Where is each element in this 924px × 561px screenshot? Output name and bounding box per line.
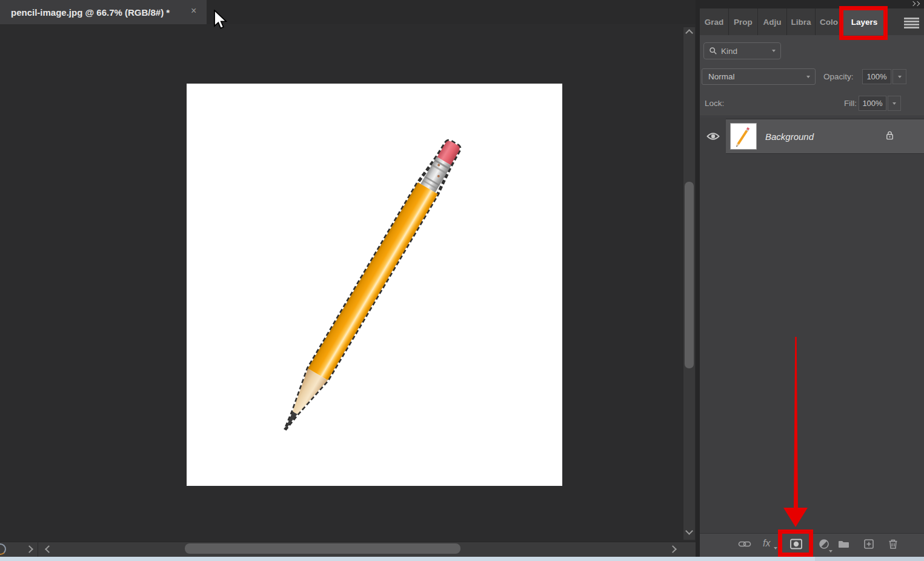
layer-lock-icon[interactable] — [885, 130, 895, 143]
panel-menu-icon[interactable] — [904, 18, 919, 19]
lock-row: Lock: — [700, 90, 924, 116]
filter-kind-dropdown[interactable]: Kind — [703, 42, 781, 59]
fill-label: Fill: — [844, 99, 857, 108]
fill-value[interactable]: 100% — [859, 96, 886, 111]
document-tab-bar: pencil-image.jpg @ 66.7% (RGB/8#) * × — [0, 0, 696, 24]
taskbar-edge-segment — [815, 557, 924, 561]
horizontal-scrollbar-thumb[interactable] — [185, 543, 460, 554]
document-tab[interactable]: pencil-image.jpg @ 66.7% (RGB/8#) * × — [0, 0, 207, 24]
panel-top-strip — [700, 0, 924, 8]
eye-icon[interactable] — [706, 131, 720, 141]
layer-row-background[interactable]: Background — [700, 119, 924, 154]
layer-effects-icon[interactable]: fx — [763, 538, 770, 549]
taskbar-edge — [0, 557, 924, 561]
filter-kind-label: Kind — [721, 47, 772, 56]
new-group-icon[interactable] — [837, 538, 850, 553]
opacity-dropdown-icon[interactable] — [892, 69, 906, 84]
search-icon — [709, 47, 717, 55]
photoshop-window: pencil-image.jpg @ 66.7% (RGB/8#) * × — [0, 0, 924, 561]
layer-filter-row: Kind — [700, 35, 924, 64]
layer-name[interactable]: Background — [765, 131, 885, 142]
tab-gradients[interactable]: Grad — [700, 8, 729, 35]
document-canvas[interactable] — [187, 84, 562, 486]
statusbar-divider — [38, 542, 38, 557]
delete-layer-icon[interactable] — [887, 538, 899, 553]
pencil-image — [187, 84, 562, 486]
opacity-value[interactable]: 100% — [862, 69, 891, 84]
lock-label: Lock: — [705, 99, 724, 108]
visibility-cell[interactable] — [700, 119, 726, 154]
blend-mode-value: Normal — [708, 72, 806, 81]
adjustment-dropdown-icon — [829, 550, 833, 553]
collapse-panels-icon[interactable] — [911, 2, 919, 5]
blend-mode-row: Normal Opacity: 100% — [700, 64, 924, 90]
new-layer-icon[interactable] — [863, 538, 875, 553]
layer-thumbnail[interactable] — [730, 123, 757, 150]
panel-tab-bar: Grad Prop Adju Libra Colo Layers — [700, 8, 924, 35]
tab-properties[interactable]: Prop — [729, 8, 758, 35]
fx-dropdown-icon — [774, 547, 777, 549]
panel-separator — [696, 0, 700, 557]
link-layers-icon[interactable] — [738, 538, 751, 553]
tab-libraries[interactable]: Libra — [787, 8, 816, 35]
document-title: pencil-image.jpg @ 66.7% (RGB/8#) * — [11, 7, 170, 18]
layers-list[interactable]: Background — [700, 117, 924, 533]
tab-adjustments[interactable]: Adju — [758, 8, 787, 35]
chevron-down-icon — [772, 50, 776, 52]
chevron-down-icon — [806, 76, 810, 78]
new-adjustment-layer-icon[interactable] — [818, 538, 830, 553]
tab-layers[interactable]: Layers — [843, 8, 886, 35]
add-layer-mask-icon[interactable] — [789, 538, 803, 553]
vertical-scrollbar-thumb[interactable] — [685, 182, 694, 368]
fill-dropdown-icon[interactable] — [888, 96, 901, 111]
layer-selected-area[interactable]: Background — [726, 119, 924, 154]
close-tab-icon[interactable]: × — [191, 5, 196, 16]
blend-mode-dropdown[interactable]: Normal — [702, 68, 816, 85]
tab-color[interactable]: Colo — [816, 8, 843, 35]
opacity-label: Opacity: — [823, 72, 854, 81]
layers-panel: Grad Prop Adju Libra Colo Layers Kind — [700, 0, 924, 557]
